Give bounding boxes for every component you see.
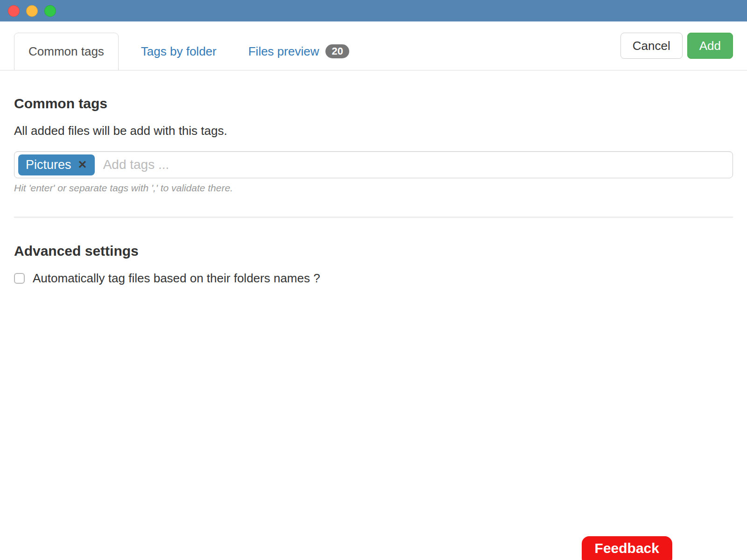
tab-tags-by-folder[interactable]: Tags by folder [134,44,224,59]
auto-tag-checkbox[interactable] [14,273,25,284]
action-buttons: Cancel Add [620,33,733,59]
tag-remove-icon[interactable]: ✕ [78,159,87,170]
minimize-window-icon[interactable] [26,5,38,17]
tags-input-hint: Hit 'enter' or separate tags with ',' to… [14,182,733,194]
feedback-button[interactable]: Feedback [582,536,672,560]
cancel-button[interactable]: Cancel [620,33,683,59]
tab-bar: Common tags Tags by folder Files preview… [14,33,357,70]
close-window-icon[interactable] [8,5,20,17]
add-button[interactable]: Add [687,33,733,59]
tags-input-container[interactable]: Pictures ✕ [14,151,733,178]
tab-common-tags[interactable]: Common tags [14,33,119,70]
tab-common-tags-label: Common tags [28,44,104,59]
header-row: Common tags Tags by folder Files preview… [0,33,747,70]
advanced-settings-heading: Advanced settings [14,243,733,259]
add-tags-input[interactable] [95,157,729,172]
auto-tag-checkbox-label[interactable]: Automatically tag files based on their f… [33,271,320,286]
tab-tags-by-folder-label: Tags by folder [141,44,217,59]
auto-tag-checkbox-row: Automatically tag files based on their f… [14,271,733,286]
section-divider [14,217,733,218]
main-content: Common tags All added files will be add … [0,96,747,286]
tab-files-preview-label: Files preview [248,44,319,59]
zoom-window-icon[interactable] [44,5,56,17]
files-count-badge: 20 [325,44,349,58]
window-titlebar [0,0,747,21]
tab-files-preview[interactable]: Files preview 20 [241,44,357,59]
tag-pill-pictures: Pictures ✕ [18,154,95,175]
tag-label: Pictures [26,158,71,172]
common-tags-heading: Common tags [14,96,733,112]
common-tags-description: All added files will be add with this ta… [14,124,733,138]
